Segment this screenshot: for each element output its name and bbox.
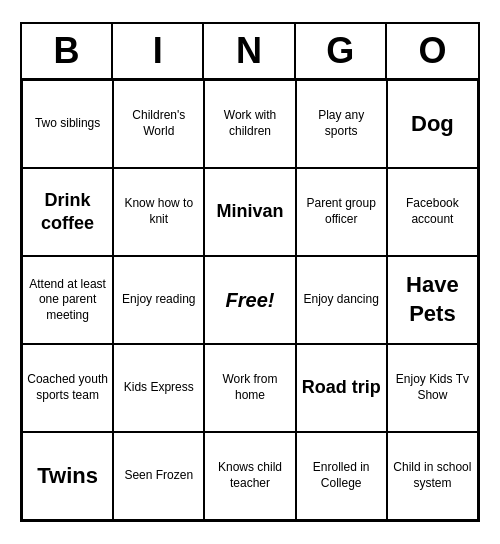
bingo-cell-8: Parent group officer bbox=[296, 168, 387, 256]
bingo-cell-15: Coached youth sports team bbox=[22, 344, 113, 432]
bingo-cell-12: Free! bbox=[204, 256, 295, 344]
bingo-cell-14: Have Pets bbox=[387, 256, 478, 344]
bingo-cell-7: Minivan bbox=[204, 168, 295, 256]
header-letter-b: B bbox=[22, 24, 113, 78]
bingo-card: BINGO Two siblingsChildren's WorldWork w… bbox=[20, 22, 480, 522]
bingo-cell-9: Facebook account bbox=[387, 168, 478, 256]
bingo-cell-17: Work from home bbox=[204, 344, 295, 432]
bingo-cell-6: Know how to knit bbox=[113, 168, 204, 256]
bingo-cell-0: Two siblings bbox=[22, 80, 113, 168]
bingo-cell-2: Work with children bbox=[204, 80, 295, 168]
header-letter-o: O bbox=[387, 24, 478, 78]
bingo-cell-13: Enjoy dancing bbox=[296, 256, 387, 344]
bingo-cell-19: Enjoy Kids Tv Show bbox=[387, 344, 478, 432]
bingo-cell-4: Dog bbox=[387, 80, 478, 168]
bingo-cell-21: Seen Frozen bbox=[113, 432, 204, 520]
bingo-cell-5: Drink coffee bbox=[22, 168, 113, 256]
bingo-cell-24: Child in school system bbox=[387, 432, 478, 520]
bingo-header: BINGO bbox=[22, 24, 478, 80]
bingo-cell-20: Twins bbox=[22, 432, 113, 520]
bingo-grid: Two siblingsChildren's WorldWork with ch… bbox=[22, 80, 478, 520]
bingo-cell-22: Knows child teacher bbox=[204, 432, 295, 520]
bingo-cell-11: Enjoy reading bbox=[113, 256, 204, 344]
header-letter-g: G bbox=[296, 24, 387, 78]
header-letter-n: N bbox=[204, 24, 295, 78]
bingo-cell-1: Children's World bbox=[113, 80, 204, 168]
bingo-cell-23: Enrolled in College bbox=[296, 432, 387, 520]
header-letter-i: I bbox=[113, 24, 204, 78]
bingo-cell-3: Play any sports bbox=[296, 80, 387, 168]
bingo-cell-18: Road trip bbox=[296, 344, 387, 432]
bingo-cell-16: Kids Express bbox=[113, 344, 204, 432]
bingo-cell-10: Attend at least one parent meeting bbox=[22, 256, 113, 344]
